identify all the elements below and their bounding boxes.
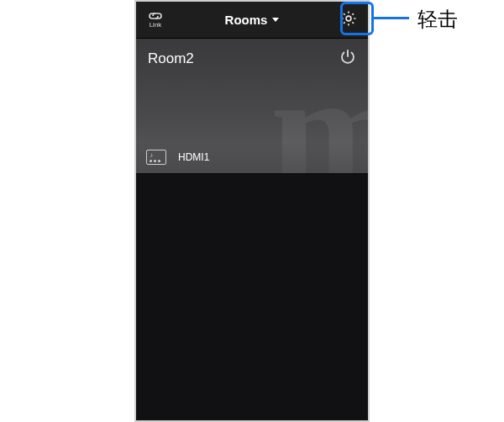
room-name: Room2	[148, 50, 194, 67]
header-bar: Link Rooms	[136, 2, 368, 39]
rooms-dropdown[interactable]: Rooms	[225, 13, 280, 27]
source-label: HDMI1	[178, 151, 209, 163]
source-icon: ♪	[146, 150, 166, 165]
link-label: Link	[150, 22, 162, 29]
header-title: Rooms	[225, 13, 268, 27]
svg-point-0	[346, 16, 351, 21]
power-button[interactable]	[336, 47, 360, 71]
content-area	[136, 174, 368, 421]
chevron-down-icon	[272, 18, 279, 22]
room-card[interactable]: m Room2 ♪ HDMI1	[136, 39, 368, 174]
app-screen: Link Rooms m Room2	[134, 0, 370, 422]
link-button[interactable]: Link	[143, 11, 168, 29]
power-icon	[338, 47, 358, 71]
callout-line	[374, 17, 409, 19]
callout-label: 轻击	[417, 6, 458, 33]
settings-button[interactable]	[336, 9, 361, 31]
gear-icon	[339, 9, 358, 31]
source-row[interactable]: ♪ HDMI1	[136, 141, 368, 173]
